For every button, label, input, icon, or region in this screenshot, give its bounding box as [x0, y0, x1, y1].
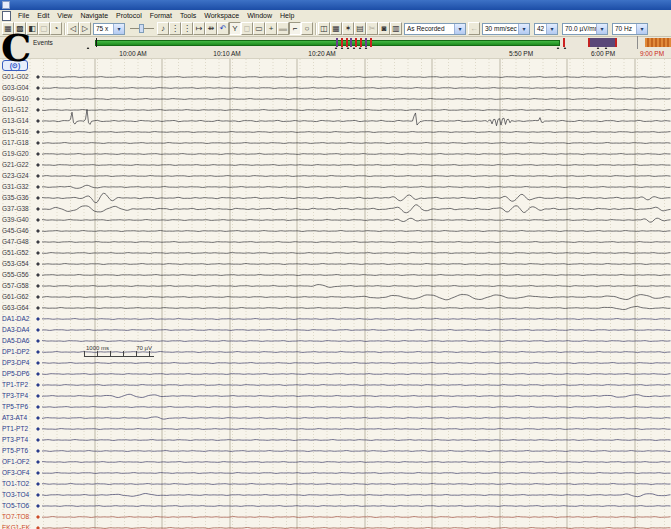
channel-label-TP3-TP4[interactable]: TP3-TP4: [2, 392, 28, 399]
channel-label-PT5-PT6[interactable]: PT5-PT6: [2, 447, 28, 454]
channel-label-DP1-DP2[interactable]: DP1-DP2: [2, 348, 29, 355]
channel-label-G19-G20[interactable]: G19-G20: [2, 150, 29, 157]
menu-view[interactable]: View: [53, 12, 76, 19]
channel-label-G23-G24[interactable]: G23-G24: [2, 172, 29, 179]
menu-workspace[interactable]: Workspace: [200, 12, 243, 19]
channel-label-EKG1-EK[interactable]: EKG1-EK: [2, 524, 30, 529]
channel-label-DP3-DP4[interactable]: DP3-DP4: [2, 359, 29, 366]
channel-label-G01-G02[interactable]: G01-G02: [2, 73, 29, 80]
channel-count-combo[interactable]: 42▾: [534, 23, 558, 35]
channel-label-G37-G38[interactable]: G37-G38: [2, 205, 29, 212]
event-tick[interactable]: [360, 38, 362, 47]
menu-tools[interactable]: Tools: [176, 12, 200, 19]
channel-label-AT3-AT4[interactable]: AT3-AT4: [2, 414, 27, 421]
filter-combo-arrow-icon[interactable]: ▾: [636, 24, 647, 34]
montage-combo-arrow-icon[interactable]: ▾: [454, 24, 465, 34]
menu-help[interactable]: Help: [276, 12, 298, 19]
menu-edit[interactable]: Edit: [33, 12, 53, 19]
events-timeline-bar[interactable]: Events: [0, 37, 671, 49]
slider-thumb[interactable]: [139, 24, 144, 33]
channel-label-G17-G18[interactable]: G17-G18: [2, 139, 29, 146]
event-tick[interactable]: [355, 38, 357, 47]
menu-format[interactable]: Format: [146, 12, 176, 19]
event-tick[interactable]: [346, 38, 348, 47]
report-icon[interactable]: ▤: [354, 22, 366, 35]
video-icon[interactable]: ◙: [378, 22, 390, 35]
magnifier-icon[interactable]: ○: [301, 22, 313, 35]
current-segment[interactable]: [645, 38, 671, 47]
channel-label-TP1-TP2[interactable]: TP1-TP2: [2, 381, 28, 388]
channel-label-G61-G62[interactable]: G61-G62: [2, 293, 29, 300]
eeg-trace-area[interactable]: (⊙) 1000 ms 70 µV G01-G02G03-G04G09-G10G…: [0, 59, 671, 529]
channel-label-PT3-PT4[interactable]: PT3-PT4: [2, 436, 28, 443]
sensitivity-combo-arrow-icon[interactable]: ▾: [596, 24, 607, 34]
montage-combo[interactable]: As Recorded▾: [404, 23, 466, 35]
clock-icon[interactable]: ◔: [50, 22, 62, 35]
event-tick[interactable]: [370, 38, 372, 47]
angle-icon[interactable]: ⌐: [289, 22, 301, 35]
step-dots-icon[interactable]: ↦: [193, 22, 205, 35]
playback-speed-slider[interactable]: [129, 22, 155, 35]
grid-icon[interactable]: ▦: [330, 22, 342, 35]
channel-label-G11-G12[interactable]: G11-G12: [2, 106, 28, 113]
marked-segment[interactable]: [588, 38, 617, 47]
channel-label-DA1-DA2[interactable]: DA1-DA2: [2, 315, 29, 322]
event-tick[interactable]: [563, 38, 565, 47]
channel-label-G51-G52[interactable]: G51-G52: [2, 249, 29, 256]
event-tick[interactable]: [341, 38, 343, 47]
menu-file[interactable]: File: [14, 12, 33, 19]
menu-protocol[interactable]: Protocol: [112, 12, 146, 19]
channel-label-G57-G58[interactable]: G57-G58: [2, 282, 29, 289]
speed-combo[interactable]: 30 mm/sec▾: [482, 23, 530, 35]
menu-window[interactable]: Window: [243, 12, 276, 19]
event-tick[interactable]: [350, 38, 352, 47]
step-dots2-icon[interactable]: ⇻: [205, 22, 217, 35]
channel-label-TO5-TO6[interactable]: TO5-TO6: [2, 502, 29, 509]
audio-icon[interactable]: ♪: [157, 22, 169, 35]
channel-label-G39-G40[interactable]: G39-G40: [2, 216, 29, 223]
zoom-combo[interactable]: 75 x▾: [93, 23, 125, 35]
filter-combo[interactable]: 70 Hz▾: [612, 23, 648, 35]
channel-label-G21-G22[interactable]: G21-G22: [2, 161, 29, 168]
channel-label-TO1-TO2[interactable]: TO1-TO2: [2, 480, 29, 487]
channel-label-DA5-DA6[interactable]: DA5-DA6: [2, 337, 29, 344]
tools-icon[interactable]: ✶: [342, 22, 354, 35]
event-tick[interactable]: [365, 38, 367, 47]
channel-label-G15-G16[interactable]: G15-G16: [2, 128, 29, 135]
channel-label-G35-G36[interactable]: G35-G36: [2, 194, 29, 201]
channel-count-combo-arrow-icon[interactable]: ▾: [546, 24, 557, 34]
channel-label-G09-G10[interactable]: G09-G10: [2, 95, 29, 102]
marker-dots-icon[interactable]: ⋮: [169, 22, 181, 35]
channel-label-TO3-TO4[interactable]: TO3-TO4: [2, 491, 29, 498]
channel-label-G45-G46[interactable]: G45-G46: [2, 227, 29, 234]
channel-label-TO7-TO8[interactable]: TO7-TO8: [2, 513, 29, 520]
zoom-combo-arrow-icon[interactable]: ▾: [113, 24, 124, 34]
channel-label-DA3-DA4[interactable]: DA3-DA4: [2, 326, 29, 333]
channel-label-G03-G04[interactable]: G03-G04: [2, 84, 29, 91]
y-scale-button[interactable]: Y: [229, 22, 241, 35]
recording-progress-bar[interactable]: [95, 40, 560, 46]
channel-label-DP5-DP6[interactable]: DP5-DP6: [2, 370, 29, 377]
page-forward-icon[interactable]: ▷: [79, 22, 91, 35]
window-titlebar[interactable]: [0, 0, 671, 10]
channel-label-TP5-TP6[interactable]: TP5-TP6: [2, 403, 28, 410]
channel-label-G63-G64[interactable]: G63-G64: [2, 304, 29, 311]
channel-label-G53-G54[interactable]: G53-G54: [2, 260, 29, 267]
cross-icon[interactable]: +: [265, 22, 277, 35]
channel-label-OF3-OF4[interactable]: OF3-OF4: [2, 469, 29, 476]
channel-label-G55-G56[interactable]: G55-G56: [2, 271, 29, 278]
channel-label-G13-G14[interactable]: G13-G14: [2, 117, 29, 124]
sensitivity-combo[interactable]: 70.0 µV/mm▾: [562, 23, 608, 35]
speed-combo-arrow-icon[interactable]: ▾: [518, 24, 529, 34]
undo-icon[interactable]: ↶: [217, 22, 229, 35]
page-back-icon[interactable]: ◁: [67, 22, 79, 35]
channel-label-G47-G48[interactable]: G47-G48: [2, 238, 29, 245]
channel-label-G31-G32[interactable]: G31-G32: [2, 183, 29, 190]
chart-icon[interactable]: ▥: [390, 22, 402, 35]
event-tick[interactable]: [336, 38, 338, 47]
stamp-icon[interactable]: ◫: [318, 22, 330, 35]
channel-label-PT1-PT2[interactable]: PT1-PT2: [2, 425, 28, 432]
menu-navigate[interactable]: Navigate: [76, 12, 112, 19]
timeline-cursor[interactable]: [96, 38, 97, 47]
marker-dots2-icon[interactable]: ⋮: [181, 22, 193, 35]
